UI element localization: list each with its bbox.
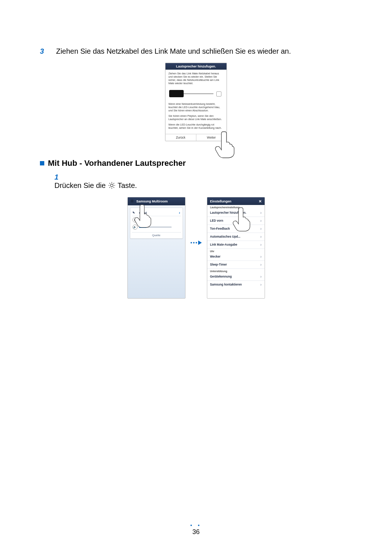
step-1-text: Drücken Sie die Taste.: [54, 181, 338, 190]
step-3-text: Ziehen Sie das Netzkabel des Link Mate u…: [56, 47, 339, 56]
play-icon: [132, 217, 138, 222]
page-footer: • • 36: [190, 522, 202, 536]
settings-group-2: Uhr: [207, 249, 265, 253]
section-heading: Mit Hub - Vorhandener Lautsprecher: [40, 159, 352, 168]
svg-point-0: [110, 184, 113, 186]
volume-icon: 🔉: [132, 225, 138, 230]
section-bullet-icon: [40, 161, 44, 165]
chevron-right-icon: ›: [260, 263, 261, 267]
settings-item-deviceid[interactable]: Gerätekennung›: [207, 273, 265, 281]
source-label[interactable]: Quelle: [132, 232, 181, 237]
settings-item-add-speaker[interactable]: Lautsprecher hinzufugen.›: [207, 209, 265, 217]
settings-title: Einstellungen: [210, 200, 232, 203]
chevron-right-icon: ›: [260, 235, 261, 239]
music-row[interactable]: usik: [132, 216, 181, 223]
chevron-right-icon: ›: [260, 275, 261, 279]
settings-item-sleep[interactable]: Sleep-Timer›: [207, 261, 265, 269]
settings-group-3: Unterstützung: [207, 269, 265, 273]
chevron-right-icon: ›: [260, 255, 261, 259]
chevron-right-icon: ›: [260, 227, 261, 231]
step-1: 1 Drücken Sie die Taste.: [40, 173, 352, 190]
screen-title: Samsung Multiroom: [136, 200, 168, 203]
volume-row[interactable]: 🔉: [132, 223, 181, 231]
settings-item-contact[interactable]: Samsung kontaktieren›: [207, 281, 265, 288]
dialog-screenshot: Lautsprecher hinzufugen. Ziehen Sie das …: [165, 63, 227, 141]
section-title: Mit Hub - Vorhandener Lautsprecher: [48, 159, 186, 168]
chevron-right-icon: ›: [260, 283, 261, 287]
dialog-para-4: Wenn die LED-Leuchte durchgängig rot leu…: [168, 123, 224, 130]
close-icon[interactable]: ×: [259, 199, 262, 204]
edit-icon: ✎: [132, 211, 135, 214]
step-3-number: 3: [40, 47, 54, 56]
manual-page: 3 Ziehen Sie das Netzkabel des Link Mate…: [0, 0, 392, 554]
volume-slider[interactable]: [139, 226, 172, 228]
chevron-right-icon: ›: [260, 243, 261, 247]
settings-item-led[interactable]: LED vorn›: [207, 217, 265, 225]
back-button[interactable]: Zurück: [166, 134, 196, 141]
settings-item-alarm[interactable]: Wecker›: [207, 253, 265, 261]
chevron-right-icon: ›: [260, 219, 261, 223]
gear-icon: [108, 181, 116, 189]
dialog-para-1: Ziehen Sie das Link Mate-Netzkabel herau…: [168, 72, 224, 85]
dialog-para-3: Sie hören einen Piepton, wenn Sie den La…: [168, 114, 224, 121]
next-button[interactable]: Weiter: [196, 134, 227, 141]
settings-item-autoupdate[interactable]: Automatisches Upd...›: [207, 233, 265, 241]
svg-point-1: [131, 200, 133, 202]
gear-icon[interactable]: [130, 199, 134, 204]
step-3: 3 Ziehen Sie das Netzkabel des Link Mate…: [40, 47, 352, 56]
arrow-icon: [191, 197, 202, 245]
settings-group-1: Lautsprechereinstellung: [207, 205, 265, 209]
chevron-right-icon: ›: [260, 211, 261, 215]
speaker-row[interactable]: ✎ sung] ›: [132, 209, 181, 216]
dialog-para-2: Wenn eine Netzwerkverbindung besteht, le…: [168, 102, 224, 112]
step-1-number: 1: [54, 173, 69, 181]
settings-item-tone[interactable]: Ton-Feedback›: [207, 225, 265, 233]
screens-row: Samsung Multiroom ✎ sung] › usik 🔉 Quell…: [40, 197, 352, 299]
dialog-title: Lautsprecher hinzufugen.: [166, 63, 226, 70]
chevron-right-icon: ›: [179, 210, 180, 215]
multiroom-screen: Samsung Multiroom ✎ sung] › usik 🔉 Quell…: [127, 197, 185, 299]
settings-item-linkmate[interactable]: Link Mate-Ausgabe›: [207, 241, 265, 249]
page-dots-icon: • •: [190, 522, 202, 528]
settings-screen: Einstellungen × Lautsprechereinstellung …: [207, 197, 265, 299]
device-illustration: [168, 87, 224, 99]
page-number: 36: [192, 528, 200, 535]
